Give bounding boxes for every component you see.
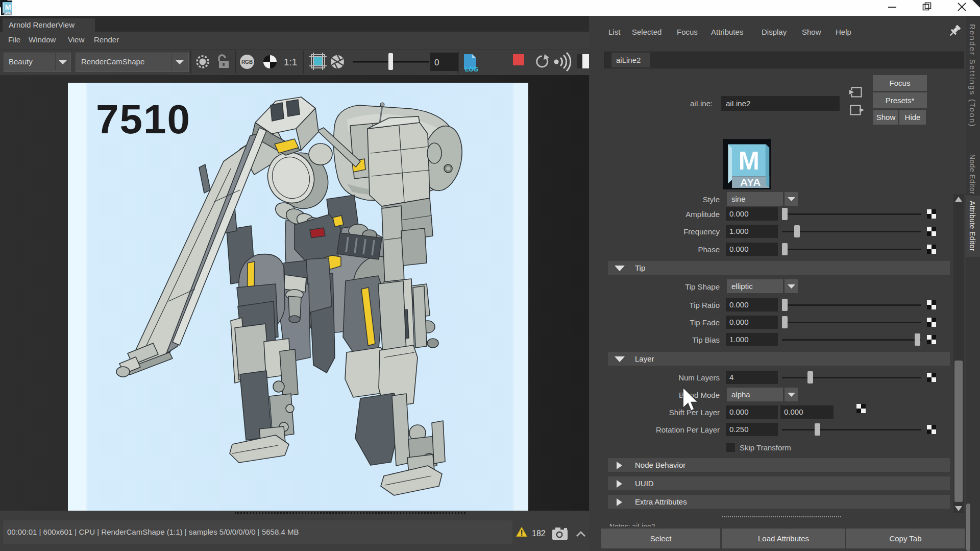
svg-text:RGB: RGB [241, 59, 253, 65]
svg-text:1:1: 1:1 [284, 57, 297, 67]
svg-text:0: 0 [434, 58, 439, 67]
svg-text:M: M [5, 3, 11, 11]
svg-text:LOG: LOG [465, 66, 478, 73]
svg-text:182: 182 [532, 529, 546, 538]
svg-text:AYA: AYA [5, 12, 11, 15]
